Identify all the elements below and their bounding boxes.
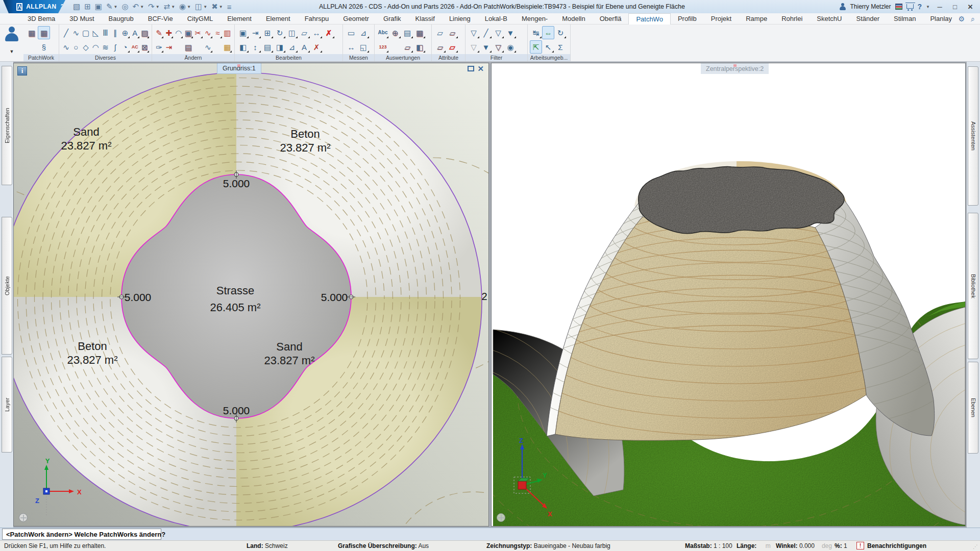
menu-tab-mengen-[interactable]: Mengen-: [514, 13, 555, 24]
scale-icon[interactable]: ▱: [298, 26, 310, 39]
lift-icon[interactable]: ↕: [249, 40, 261, 54]
menu-tab-grafik[interactable]: Grafik: [376, 13, 408, 24]
mirror3-icon[interactable]: ⊿: [286, 40, 298, 54]
license-icon[interactable]: [895, 4, 902, 10]
panel-tab-objekte[interactable]: Objekte: [2, 217, 12, 355]
circle-point-icon[interactable]: ⊕: [120, 26, 130, 39]
viewport-drag-handle[interactable]: [237, 64, 240, 67]
save-icon[interactable]: ▣: [93, 1, 104, 12]
viewport-perspective[interactable]: Zentralperspektive:2: [491, 63, 966, 527]
filter-lock-icon[interactable]: ▽: [492, 26, 504, 39]
filter-edit-icon[interactable]: ▽: [492, 40, 504, 54]
edit-rect-icon[interactable]: ▣: [183, 26, 193, 39]
resize-grip[interactable]: ⋰: [973, 544, 978, 549]
delete-icon[interactable]: ✗: [323, 26, 335, 39]
menu-tab-element[interactable]: Element: [220, 13, 259, 24]
edit-doc-icon[interactable]: ✎▼: [105, 1, 119, 12]
ac-icon[interactable]: AC: [130, 40, 140, 54]
status-grafischeberschreibung[interactable]: Grafische Überschreibung: Aus: [338, 542, 429, 549]
menu-tab-rampe[interactable]: Rampe: [739, 13, 774, 24]
drag-icon[interactable]: ◧: [237, 40, 249, 54]
filter-stack-icon[interactable]: ▼: [480, 40, 492, 54]
customize-icon[interactable]: ≡: [226, 1, 233, 12]
filter-off-icon[interactable]: ▽: [468, 40, 480, 54]
circle-icon[interactable]: ○: [71, 40, 81, 54]
wave-edit-icon[interactable]: ≈: [213, 26, 223, 39]
settings-gear-icon[interactable]: ⚙: [959, 15, 965, 23]
polygon-icon[interactable]: ◇: [81, 40, 90, 54]
tools-icon[interactable]: ✖▼: [210, 1, 225, 12]
ruler-icon[interactable]: ▭: [345, 26, 357, 39]
scurve-icon[interactable]: ʃ: [110, 40, 120, 54]
fit-view-icon[interactable]: ↹: [530, 26, 542, 39]
menu-tab-oberfl-[interactable]: Oberflä: [593, 13, 629, 24]
prompt-input[interactable]: <PatchWork ändern> Welche PatchWorks änd…: [2, 529, 161, 540]
viewport-perspective-tab[interactable]: Zentralperspektive:2: [701, 63, 769, 74]
angle-icon[interactable]: ◺: [91, 26, 101, 39]
model-3d-icon[interactable]: ▧: [71, 1, 82, 12]
guides-icon[interactable]: ≋: [101, 40, 110, 54]
status-mastab[interactable]: Maßstab: 1 : 100: [685, 542, 732, 549]
help-dropdown-icon[interactable]: ▼: [926, 5, 930, 9]
compass-icon[interactable]: [497, 513, 505, 522]
wave2-icon[interactable]: ∿: [203, 40, 213, 54]
filter-icon[interactable]: ▽: [468, 26, 480, 39]
report-icon[interactable]: ▤: [401, 26, 413, 39]
search-icon[interactable]: ⌕: [971, 15, 975, 23]
menu-tab-geometr[interactable]: Geometr: [336, 13, 376, 24]
rectangle-icon[interactable]: ▢: [81, 26, 90, 39]
tag-delete-icon[interactable]: ▱: [446, 40, 458, 54]
filter-apply-icon[interactable]: ▼: [504, 26, 517, 39]
axes-icon[interactable]: ⇱: [530, 40, 542, 54]
wave-icon[interactable]: ∿: [61, 40, 71, 54]
scissors-icon[interactable]: ✂: [193, 26, 203, 39]
mirror-icon[interactable]: ◫: [286, 26, 298, 39]
arc-icon[interactable]: ◠: [91, 40, 101, 54]
compass-icon[interactable]: [19, 513, 28, 522]
minimize-button[interactable]: ─: [934, 3, 945, 11]
status-lnge[interactable]: Länge: m: [737, 542, 771, 549]
break-icon[interactable]: ✗: [310, 40, 323, 54]
abc-icon[interactable]: Abc: [377, 26, 389, 39]
menu-tab-baugrub[interactable]: Baugrub: [102, 13, 141, 24]
menu-tab-citygml[interactable]: CityGML: [180, 13, 220, 24]
panel-tab-layer[interactable]: Layer: [2, 357, 12, 453]
xgrid-icon[interactable]: ⊠: [140, 40, 150, 54]
profile-avatar-icon[interactable]: [4, 27, 19, 42]
trim-icon[interactable]: ⇥: [164, 40, 174, 54]
pan-view-icon[interactable]: ⇔: [542, 26, 554, 39]
columns-icon[interactable]: ▥: [223, 26, 232, 39]
table-icon[interactable]: ▦: [223, 40, 232, 54]
tag-add-icon[interactable]: ▱: [434, 26, 446, 39]
menu-tab-modelln[interactable]: Modelln: [555, 13, 593, 24]
pie-icon[interactable]: ◔: [120, 40, 130, 54]
inspect-icon[interactable]: ◧: [413, 40, 426, 54]
sketch-icon[interactable]: ▨: [140, 26, 150, 39]
swap-icon[interactable]: ⇄▼: [162, 1, 177, 12]
doc-edit-icon[interactable]: ▤: [183, 40, 193, 54]
info-icon[interactable]: i: [17, 66, 27, 76]
cube-icon[interactable]: ◨: [274, 40, 286, 54]
numbers-icon[interactable]: 123: [377, 40, 389, 54]
status-%[interactable]: %: 1: [835, 542, 847, 549]
viewport-close-button[interactable]: ✕: [477, 66, 484, 71]
panel-tab-eigenschaften[interactable]: Eigenschaften: [2, 66, 12, 185]
menu-tab-linieng[interactable]: Linieng: [442, 13, 478, 24]
line-icon[interactable]: ╱: [61, 26, 71, 39]
patchwork-edit-icon[interactable]: ▦: [38, 26, 50, 39]
align-icon[interactable]: ▤: [261, 40, 274, 54]
user-name[interactable]: Thierry Metzler: [850, 3, 891, 10]
pin-icon[interactable]: ✚: [164, 26, 174, 39]
redo-icon[interactable]: ↷▼: [146, 1, 161, 12]
patchwork-rules-icon[interactable]: §: [38, 40, 50, 54]
text-icon[interactable]: A: [130, 26, 140, 39]
menu-tab-profilb[interactable]: Profilb: [671, 13, 704, 24]
avatar-dropdown-icon[interactable]: ▼: [10, 49, 14, 54]
status-land[interactable]: Land: Schweiz: [247, 542, 288, 549]
doc-search-icon[interactable]: ◎: [120, 1, 130, 12]
viewport-drag-handle[interactable]: [733, 64, 737, 67]
menu-tab-klassif[interactable]: Klassif: [408, 13, 442, 24]
status-zeichnungstyp[interactable]: Zeichnungstyp: Baueingabe - Neubau farbi…: [486, 542, 610, 549]
undo-icon[interactable]: ↶▼: [131, 1, 146, 12]
grid-icon[interactable]: ⊞: [83, 1, 92, 12]
